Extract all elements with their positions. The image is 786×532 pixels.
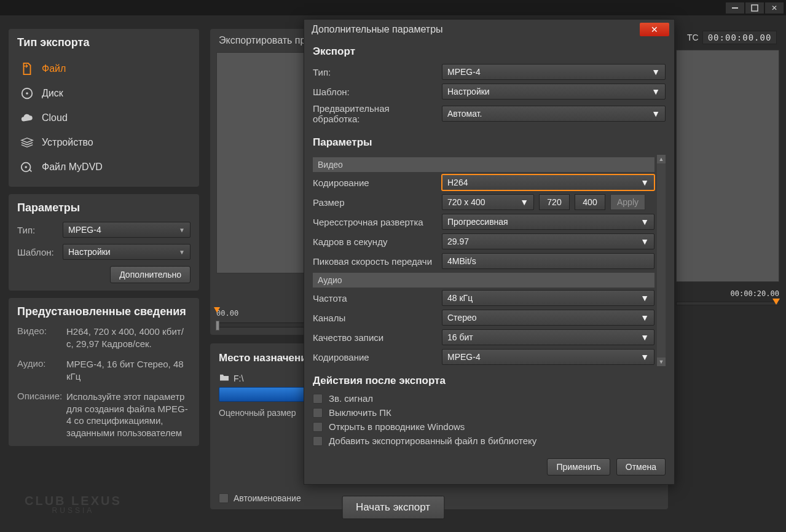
- window-titlebar: ✕: [0, 0, 786, 15]
- preset-desc-value: Используйте этот параметр для создания ф…: [66, 391, 191, 439]
- timeline-in-handle[interactable]: [216, 321, 219, 331]
- frequency-value: 48 кГц: [447, 293, 473, 303]
- watermark: CLUB LEXUS RUSSIA: [25, 495, 122, 514]
- video-subheader: Видео: [313, 157, 654, 172]
- export-type-mydvd[interactable]: Файл MyDVD: [17, 155, 191, 179]
- export-type-file[interactable]: Файл: [17, 57, 191, 81]
- preset-video-value: H264, 720 x 400, 4000 кбит/с, 29,97 Кадр…: [66, 326, 191, 350]
- quality-value: 16 бит: [447, 332, 473, 342]
- advanced-settings-dialog: Дополнительные параметры ✕ Экспорт Тип:M…: [304, 19, 675, 485]
- begin-export-button[interactable]: Начать экспорт: [342, 496, 444, 519]
- peak-value: 4MBit/s: [447, 256, 476, 266]
- size-value: 720 x 400: [447, 197, 485, 207]
- encoding-label: Кодирование: [313, 178, 437, 188]
- maximize-button[interactable]: [745, 2, 764, 14]
- chevron-down-icon: ▼: [651, 87, 660, 96]
- auto-naming-label: Автоименование: [234, 493, 301, 503]
- template-select-value: Настройки: [68, 247, 111, 257]
- open-explorer-label: Открыть в проводнике Windows: [329, 421, 465, 432]
- video-encoding-select[interactable]: H264▼: [442, 174, 654, 190]
- fps-select[interactable]: 29.97▼: [442, 233, 654, 249]
- scroll-up-icon[interactable]: ▲: [657, 155, 666, 163]
- height-input[interactable]: [575, 194, 605, 210]
- minimize-button[interactable]: [726, 2, 744, 14]
- type-select-value: MPEG-4: [68, 225, 101, 235]
- preset-desc-key: Описание:: [17, 391, 66, 439]
- chevron-down-icon: ▼: [651, 67, 660, 77]
- timeline-start-handle[interactable]: [214, 307, 220, 313]
- preset-info-title: Предустановленные сведения: [17, 305, 191, 318]
- m-type-select[interactable]: MPEG-4▼: [442, 64, 666, 80]
- mydvd-icon: [20, 160, 34, 174]
- audio-encoding-select[interactable]: MPEG-4▼: [442, 349, 654, 365]
- type-select[interactable]: MPEG-4▼: [63, 222, 191, 238]
- advanced-button[interactable]: Дополнительно: [110, 266, 191, 283]
- scan-select[interactable]: Прогрессивная▼: [442, 214, 654, 230]
- audio-encoding-value: MPEG-4: [447, 352, 481, 362]
- svg-point-5: [25, 166, 27, 168]
- channels-select[interactable]: Стерео▼: [442, 310, 654, 326]
- chevron-down-icon: ▼: [640, 332, 649, 342]
- size-apply-button[interactable]: Apply: [610, 194, 645, 210]
- chevron-down-icon: ▼: [640, 237, 649, 246]
- template-label: Шаблон:: [17, 247, 57, 257]
- watermark-line1: CLUB LEXUS: [25, 494, 122, 507]
- m-type-label: Тип:: [313, 67, 437, 77]
- channels-label: Каналы: [313, 313, 437, 323]
- export-type-device[interactable]: Устройство: [17, 130, 191, 155]
- m-type-value: MPEG-4: [447, 67, 481, 77]
- scan-label: Чересстрочная развертка: [313, 217, 437, 227]
- disc-icon: [20, 86, 34, 101]
- channels-value: Стерео: [447, 313, 477, 323]
- size-select[interactable]: 720 x 400▼: [442, 194, 534, 210]
- export-type-disc[interactable]: Диск: [17, 81, 191, 106]
- watermark-line2: RUSSIA: [25, 507, 122, 514]
- audio-subheader: Аудио: [313, 273, 654, 288]
- m-template-select[interactable]: Настройки▼: [442, 84, 666, 100]
- parameters-panel: Параметры Тип: MPEG-4▼ Шаблон: Настройки…: [9, 194, 199, 291]
- dialog-close-button[interactable]: ✕: [640, 23, 669, 36]
- export-type-title: Тип экспорта: [17, 36, 191, 49]
- fps-value: 29.97: [447, 237, 469, 246]
- chevron-down-icon: ▼: [179, 227, 185, 233]
- chevron-down-icon: ▼: [640, 313, 649, 323]
- shutdown-pc-checkbox[interactable]: [313, 408, 323, 418]
- export-type-cloud[interactable]: Cloud: [17, 106, 191, 130]
- destination-path: F:\: [234, 374, 243, 383]
- quality-select[interactable]: 16 бит▼: [442, 329, 654, 345]
- m-template-label: Шаблон:: [313, 87, 437, 97]
- type-label: Тип:: [17, 225, 57, 235]
- export-type-label: Файл MyDVD: [42, 162, 103, 173]
- svg-rect-1: [752, 5, 758, 11]
- dialog-apply-button[interactable]: Применить: [547, 458, 610, 475]
- svg-rect-0: [732, 7, 738, 9]
- freq-label: Частота: [313, 293, 437, 303]
- scan-value: Прогрессивная: [447, 217, 508, 227]
- add-to-library-checkbox[interactable]: [313, 436, 323, 446]
- m-preprocess-select[interactable]: Автомат.▼: [442, 106, 666, 122]
- peak-label: Пиковая скорость передачи: [313, 256, 437, 267]
- cloud-icon: [20, 111, 34, 125]
- secondary-timeline-track[interactable]: [676, 302, 779, 305]
- export-type-label: Устройство: [42, 137, 93, 148]
- preset-info-panel: Предустановленные сведения Видео: H264, …: [9, 298, 199, 446]
- auto-naming-checkbox[interactable]: [219, 493, 229, 503]
- params-scrollbar[interactable]: ▲▼: [657, 155, 666, 366]
- width-input[interactable]: [539, 194, 570, 210]
- dialog-cancel-button[interactable]: Отмена: [616, 458, 666, 475]
- sound-signal-checkbox[interactable]: [313, 394, 323, 404]
- template-select[interactable]: Настройки▼: [63, 244, 191, 260]
- close-window-button[interactable]: ✕: [765, 2, 784, 14]
- open-explorer-checkbox[interactable]: [313, 422, 323, 432]
- folder-icon: [219, 373, 230, 383]
- fps-label: Кадров в секунду: [313, 237, 437, 247]
- timeline-end-handle[interactable]: [772, 299, 780, 305]
- chevron-down-icon: ▼: [179, 249, 185, 256]
- frequency-select[interactable]: 48 кГц▼: [442, 290, 654, 306]
- size-label: Размер: [313, 197, 437, 208]
- m-preprocess-value: Автомат.: [447, 109, 482, 119]
- add-to-library-label: Добавить экспортированный файл в библиот…: [329, 436, 536, 446]
- peak-bitrate-input[interactable]: 4MBit/s: [442, 253, 654, 269]
- scroll-down-icon[interactable]: ▼: [657, 358, 666, 366]
- preset-video-key: Видео:: [17, 326, 66, 350]
